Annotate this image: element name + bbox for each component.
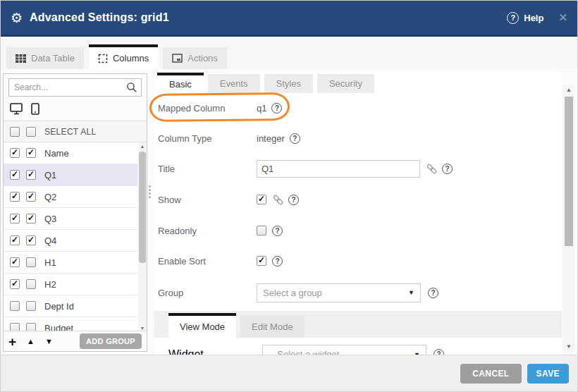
widget-select[interactable]: -- Select a widget -- ▼ [262,345,426,355]
mobile-checkbox[interactable] [26,148,36,158]
readonly-row: Readonly ? [154,215,562,246]
tab-security[interactable]: Security [317,74,374,93]
field-label: Mapped Column [158,103,257,114]
scroll-up-icon[interactable]: ▲ [138,142,147,151]
help-icon[interactable]: ? [272,256,283,267]
dialog-footer: CANCEL SAVE [1,355,577,391]
show-checkbox[interactable] [257,195,266,204]
settings-tabstrip: Basic Events Styles Security [154,73,562,93]
group-select[interactable]: Select a group ▼ [257,283,421,302]
list-item[interactable]: Dept Id [4,295,137,317]
help-icon[interactable]: ? [290,133,300,144]
select-all-mobile-checkbox[interactable] [26,127,36,137]
columns-list: Name Q1 Q2 Q3 Q4 [4,142,147,333]
mode-tabstrip: View Mode Edit Mode [154,311,562,338]
dialog-title: Advanced Settings: grid1 [30,11,169,24]
mobile-checkbox[interactable] [26,257,36,267]
tab-data-table[interactable]: Data Table [6,47,84,69]
help-icon[interactable]: ? [271,103,282,114]
column-type-row: Column Type integer ? [154,123,562,154]
tab-basic[interactable]: Basic [157,73,204,93]
main-scrollbar[interactable]: ▲ ▼ [563,85,574,352]
add-group-button[interactable]: ADD GROUP [80,333,142,349]
column-label: Q1 [44,170,56,180]
tab-view-mode[interactable]: View Mode [168,313,236,338]
cancel-button[interactable]: CANCEL [460,364,521,384]
scrollbar-thumb[interactable] [139,152,146,263]
sidebar-scrollbar[interactable]: ▲ ▼ [138,142,147,333]
desktop-checkbox[interactable] [10,235,20,245]
tab-label: Actions [187,53,218,63]
mobile-checkbox[interactable] [26,170,36,180]
search-icon[interactable] [126,82,137,96]
list-item[interactable]: H1 [4,252,137,274]
mobile-checkbox[interactable] [26,192,36,202]
list-item[interactable]: Name [4,142,137,164]
tab-label: Styles [276,78,301,89]
scroll-down-icon[interactable]: ▼ [563,342,574,352]
enable-sort-checkbox[interactable] [257,256,266,266]
tab-columns[interactable]: Columns [89,44,158,69]
tab-label: Columns [113,53,149,63]
help-icon[interactable]: ? [428,288,438,298]
column-settings-panel: Basic Events Styles Security Mapped Colu… [154,73,562,355]
title-row: Title ? [154,154,562,184]
move-down-button[interactable]: ▼ [45,337,53,345]
desktop-checkbox[interactable] [10,257,20,267]
add-column-button[interactable]: + [8,335,16,348]
list-item[interactable]: Q4 [4,230,137,252]
enable-sort-row: Enable Sort ? [154,246,562,276]
search-input[interactable] [8,78,142,97]
visibility-header [4,100,147,121]
help-icon[interactable]: ? [272,226,283,236]
select-all-desktop-checkbox[interactable] [10,127,20,137]
mobile-icon[interactable] [31,103,39,118]
desktop-checkbox[interactable] [10,170,20,180]
gear-icon: ⚙ [11,11,23,25]
tab-label: Data Table [31,53,75,63]
list-item[interactable]: Q1 [4,164,137,186]
desktop-checkbox[interactable] [10,192,20,202]
select-all-row: SELECT ALL [4,121,147,142]
column-label: Q3 [44,214,56,224]
desktop-icon[interactable] [10,103,23,118]
dialog-header: ⚙ Advanced Settings: grid1 ? Help ✕ [1,1,577,37]
desktop-checkbox[interactable] [10,279,20,289]
list-item[interactable]: Q3 [4,208,137,230]
link-icon[interactable] [272,194,284,206]
actions-icon [172,54,183,63]
mobile-checkbox[interactable] [26,235,36,245]
columns-sidebar: SELECT ALL Name Q1 Q2 Q3 [3,73,147,352]
chevron-down-icon: ▼ [408,289,414,296]
tab-actions[interactable]: Actions [163,47,227,69]
column-label: H2 [44,279,56,290]
help-icon[interactable]: ? [288,195,299,205]
list-item[interactable]: Q2 [4,186,137,208]
move-up-button[interactable]: ▲ [27,337,35,345]
list-item[interactable]: H2 [4,274,137,295]
splitter-handle[interactable] [149,185,151,188]
mobile-checkbox[interactable] [26,279,36,289]
tab-styles[interactable]: Styles [264,74,313,93]
link-icon[interactable] [426,163,438,175]
desktop-checkbox[interactable] [10,214,20,223]
desktop-checkbox[interactable] [10,148,20,158]
readonly-checkbox[interactable] [257,226,266,235]
help-label[interactable]: Help [524,13,543,23]
title-input[interactable] [257,160,420,178]
mapped-column-value: q1 [257,103,266,114]
close-icon[interactable]: ✕ [558,11,567,24]
scrollbar-thumb[interactable] [565,97,573,246]
help-icon[interactable]: ? [507,12,519,24]
save-button[interactable]: SAVE [527,364,569,384]
tab-edit-mode[interactable]: Edit Mode [240,316,305,338]
mobile-checkbox[interactable] [26,301,36,311]
mobile-checkbox[interactable] [26,214,36,223]
column-type-value: integer [257,133,285,144]
tab-label: Basic [169,79,192,90]
app-tabstrip: Data Table Columns Actions [1,39,577,69]
help-icon[interactable]: ? [442,164,453,174]
tab-events[interactable]: Events [208,74,260,93]
scroll-up-icon[interactable]: ▲ [563,85,574,95]
desktop-checkbox[interactable] [10,301,20,311]
